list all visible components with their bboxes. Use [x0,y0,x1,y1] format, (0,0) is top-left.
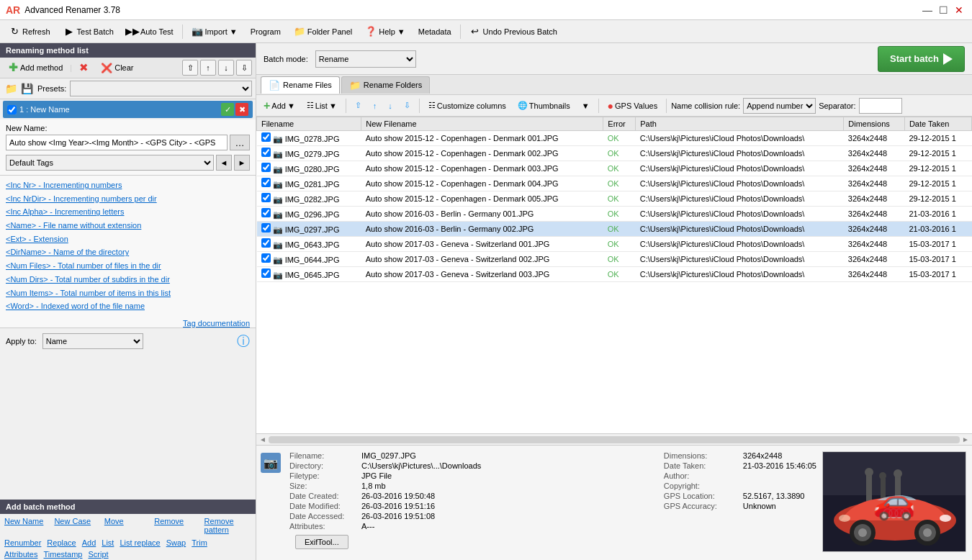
batch-add[interactable]: Add [82,538,96,547]
add-files-button[interactable]: + Add ▼ [259,97,300,114]
row-checkbox[interactable] [261,148,271,157]
tag-ext[interactable]: <Ext> - Extension [6,232,250,246]
tag-num-dirs[interactable]: <Num Dirs> - Total number of subdirs in … [6,273,250,286]
table-row[interactable]: 📷 IMG_0645.JPG Auto show 2017-03 - Genev… [257,267,972,282]
batch-list[interactable]: List [102,538,114,547]
tag-word[interactable]: <Word> - Indexed word of the file name [6,299,250,313]
tag-name[interactable]: <Name> - File name without extension [6,219,250,232]
row-checkbox[interactable] [261,268,271,278]
help-button[interactable]: ❓ Help ▼ [359,22,411,41]
batch-timestamp[interactable]: Timestamp [43,550,82,559]
col-new-filename[interactable]: New Filename [361,117,603,131]
batch-mode-select[interactable]: Rename Copy Move [315,50,416,68]
add-method-button[interactable]: ✚ Add method [4,60,68,76]
tag-inc-alpha[interactable]: <Inc Alpha> - Incrementing letters [6,205,250,219]
move-down-button[interactable]: ↓ [218,60,234,76]
apply-to-select[interactable]: Name Extension Name and Extension [42,333,143,349]
tags-select[interactable]: Default Tags [6,155,214,171]
undo-previous-batch-button[interactable]: ↩ Undo Previous Batch [464,22,563,41]
method-close-icon[interactable]: ✖ [235,103,248,116]
batch-new-name[interactable]: New Name [4,517,51,534]
tab-rename-files[interactable]: 📄 Rename Files [261,76,340,94]
sort-down-button[interactable]: ⇩ [400,97,415,114]
open-preset-icon[interactable]: 📁 [4,81,18,96]
minimize-button[interactable]: — [920,3,935,17]
new-name-dots-button[interactable]: … [230,135,250,150]
table-row[interactable]: 📷 IMG_0281.JPG Auto show 2015-12 - Copen… [257,176,972,191]
batch-renumber[interactable]: Renumber [4,538,41,547]
batch-move[interactable]: Move [104,517,151,534]
row-checkbox[interactable] [261,132,271,142]
row-checkbox[interactable] [261,253,271,263]
table-row[interactable]: 📷 IMG_0278.JPG Auto show 2015-12 - Copen… [257,131,972,146]
list-button[interactable]: ☷ List ▼ [302,97,341,114]
new-name-input[interactable] [6,135,228,150]
col-path[interactable]: Path [636,117,844,131]
col-filename[interactable]: Filename [257,117,361,131]
sort-up-button[interactable]: ⇧ [351,97,366,114]
test-batch-button[interactable]: ▶ Test Batch [58,22,120,41]
save-preset-icon[interactable]: 💾 [19,81,34,96]
tag-num-items[interactable]: <Num Items> - Total number of items in t… [6,286,250,300]
batch-script[interactable]: Script [88,550,108,559]
tag-inc-nrdir[interactable]: <Inc NrDir> - Incrementing numbers per d… [6,192,250,206]
clear-button[interactable]: ❌ Clear [96,60,138,76]
method-check-icon[interactable]: ✓ [221,103,234,116]
batch-replace[interactable]: Replace [47,538,76,547]
row-checkbox[interactable] [261,178,271,187]
program-button[interactable]: Program [245,22,287,41]
move-bottom-button[interactable]: ⇩ [236,60,252,76]
batch-swap[interactable]: Swap [166,538,186,547]
batch-new-case[interactable]: New Case [54,517,101,534]
tag-inc-nr[interactable]: <Inc Nr> - Incrementing numbers [6,179,250,192]
batch-remove-pattern[interactable]: Remove pattern [204,517,251,534]
table-row[interactable]: 📷 IMG_0279.JPG Auto show 2015-12 - Copen… [257,146,972,161]
folder-panel-button[interactable]: 📁 Folder Panel [288,22,358,41]
tag-dirname[interactable]: <DirName> - Name of the directory [6,245,250,259]
presets-select[interactable] [70,81,252,96]
row-checkbox[interactable] [261,223,271,232]
file-table-wrapper[interactable]: Filename New Filename Error Path Dimensi… [256,117,972,433]
batch-trim[interactable]: Trim [192,538,207,547]
remove-method-button[interactable]: ✖ [74,60,94,76]
tag-documentation-link[interactable]: Tag documentation [6,319,250,328]
titlebar-controls[interactable]: — ☐ ✕ [920,3,966,17]
tags-next-button[interactable]: ► [234,155,250,171]
maximize-button[interactable]: ☐ [936,3,950,17]
method-item-new-name[interactable]: 1 : New Name ✓ ✖ [3,101,253,118]
col-error[interactable]: Error [603,117,636,131]
customize-columns-button[interactable]: ☷ Customize columns [424,97,510,114]
row-checkbox[interactable] [261,193,271,202]
hscroll-area[interactable]: ◄ ► [256,433,972,445]
col-dimensions[interactable]: Dimensions [844,117,905,131]
method-item-checkbox[interactable] [7,105,17,114]
batch-attributes[interactable]: Attributes [4,550,37,559]
table-row[interactable]: 📷 IMG_0296.JPG Auto show 2016-03 - Berli… [257,207,972,222]
tags-prev-button[interactable]: ◄ [216,155,232,171]
close-button[interactable]: ✕ [952,3,966,17]
arrow-up-button[interactable]: ↑ [369,97,382,114]
col-date-taken[interactable]: Date Taken [904,117,971,131]
table-row[interactable]: 📷 IMG_0282.JPG Auto show 2015-12 - Copen… [257,191,972,207]
move-up-button[interactable]: ↑ [200,60,216,76]
row-checkbox[interactable] [261,238,271,248]
gps-values-button[interactable]: ● GPS Values [603,97,662,114]
import-button[interactable]: 📷 Import ▼ [186,22,243,41]
exif-tool-button[interactable]: ExifTool... [295,535,348,549]
auto-test-button[interactable]: ▶▶ Auto Test [121,22,179,41]
table-row[interactable]: 📷 IMG_0644.JPG Auto show 2017-03 - Genev… [257,252,972,267]
batch-list-replace[interactable]: List replace [120,538,160,547]
move-top-button[interactable]: ⇧ [182,60,198,76]
tag-num-files[interactable]: <Num Files> - Total number of files in t… [6,259,250,273]
separator-input[interactable] [859,98,902,114]
refresh-button[interactable]: ↻ Refresh [3,22,56,41]
batch-remove[interactable]: Remove [154,517,201,534]
tab-rename-folders[interactable]: 📁 Rename Folders [341,76,430,94]
name-collision-select[interactable]: Append number [743,98,816,114]
arrow-down-button[interactable]: ↓ [384,97,397,114]
thumbnails-button[interactable]: 🌐 Thumbnails [513,97,575,114]
table-row[interactable]: 📷 IMG_0643.JPG Auto show 2017-03 - Genev… [257,237,972,252]
row-checkbox[interactable] [261,208,271,217]
table-row[interactable]: 📷 IMG_0280.JPG Auto show 2015-12 - Copen… [257,161,972,176]
table-row[interactable]: 📷 IMG_0297.JPG Auto show 2016-03 - Berli… [257,222,972,237]
